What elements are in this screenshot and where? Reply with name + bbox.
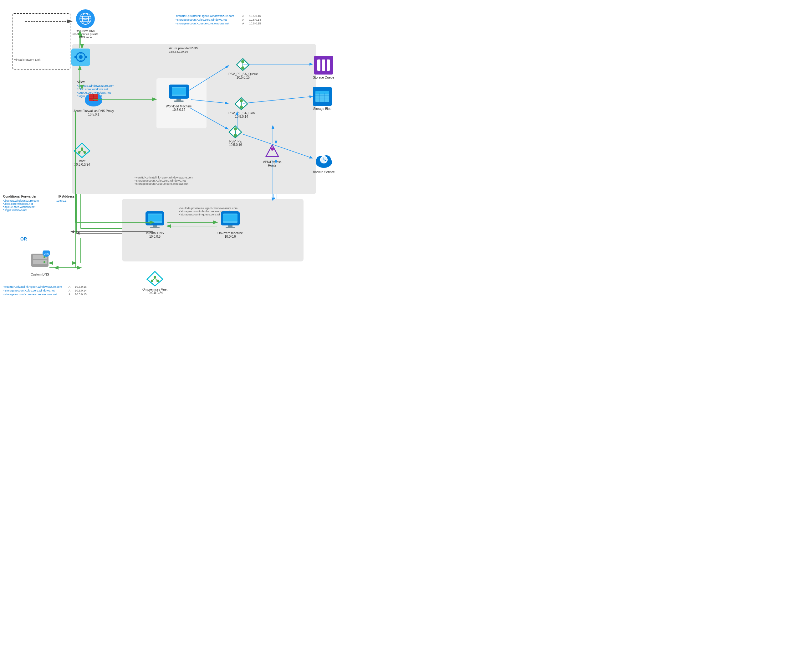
svg-text:DNS: DNS: [82, 17, 89, 21]
pe-blob-icon: [234, 97, 248, 110]
svg-rect-97: [223, 215, 238, 221]
globe-svg: DNS: [79, 12, 92, 25]
svg-rect-93: [153, 225, 157, 227]
pe-rsv-ip: 10.5.0.16: [229, 143, 242, 146]
internal-dns-label: Internal DNS: [146, 232, 164, 235]
svg-rect-36: [75, 56, 76, 58]
firewall-node: Azure Firewall as DNS Proxy 10.5.0.1: [73, 89, 114, 116]
custom-dns-label: Custom DNS: [31, 273, 49, 276]
svg-rect-92: [148, 215, 162, 221]
workload-label: Workload Machine: [166, 105, 192, 108]
on-prem-machine-icon: [219, 210, 241, 230]
on-prem-vnet-icon: [146, 271, 164, 286]
svg-rect-56: [177, 99, 181, 100]
storage-blob-node: Storage Blob: [313, 87, 332, 111]
vpn-label: VPN/Express: [263, 160, 281, 164]
svg-rect-76: [315, 91, 329, 94]
azure-dns-label: Azure provided DNS 168.63.129.16: [169, 46, 198, 53]
svg-line-51: [79, 150, 82, 153]
dns-globe-icon: DNS: [76, 9, 95, 28]
svg-rect-72: [322, 60, 325, 71]
storage-queue-node: Storage Queue: [313, 56, 334, 79]
virtual-network-link-label: Virtual Network Link: [14, 58, 40, 61]
backup-service-node: Backup Service: [313, 150, 335, 174]
svg-rect-57: [174, 100, 183, 102]
pe-queue-ip: 10.5.0.15: [236, 76, 250, 79]
on-prem-machine-ip: 10.0.0.6: [224, 235, 236, 238]
svg-text:DNS: DNS: [44, 252, 49, 255]
pe-rsv-icon: [228, 125, 243, 138]
svg-point-48: [81, 148, 83, 150]
dns-records-bottom: <vaultId>.privatelink.<geo>.windowsazure…: [2, 285, 88, 296]
svg-rect-75: [315, 93, 329, 102]
svg-rect-35: [80, 60, 82, 62]
workload-node: Workload Machine 10.5.0.12: [166, 83, 192, 111]
on-prem-vnet-node: On premises Vnet 10.0.0.0/24: [143, 271, 167, 295]
svg-rect-98: [228, 225, 233, 227]
svg-point-59: [241, 60, 245, 63]
pe-rsv-label: RSV_PE: [229, 140, 241, 143]
internal-dns-node: Internal DNS 10.0.0.5: [144, 210, 166, 238]
backup-service-icon: [314, 150, 333, 169]
conditional-forwarder: Conditional Forwarder IP Address *.backu…: [3, 195, 75, 218]
pe-blob-ip: 10.5.0.14: [235, 115, 248, 118]
svg-rect-34: [80, 52, 82, 54]
pe-blob-label: RSV_PE_SA_Blob: [228, 111, 255, 115]
vpn-route-label: Route: [268, 164, 276, 167]
or-label: OR: [20, 237, 27, 242]
on-prem-machine-label: On-Prem machine: [217, 232, 243, 235]
dns-label: Recursive DNS resolution via private DNS…: [71, 29, 100, 39]
svg-rect-99: [226, 227, 235, 228]
storage-blob-label: Storage Blob: [313, 107, 331, 111]
on-prem-vnet-cidr: 10.0.0.0/24: [147, 291, 163, 295]
pe-queue-label: RSV_PE_SA_Queue: [228, 72, 258, 76]
storage-queue-label: Storage Queue: [313, 76, 334, 79]
svg-line-105: [155, 278, 158, 281]
azure-dns-node: [71, 49, 90, 66]
dns-node: DNS Recursive DNS resolution via private…: [71, 9, 100, 39]
diagram-container: DNS Recursive DNS resolution via private…: [0, 0, 375, 313]
svg-point-33: [79, 55, 83, 59]
svg-point-89: [271, 148, 274, 151]
vpn-node: VPN/Express Route: [263, 143, 281, 167]
internal-dns-ip: 10.0.0.5: [149, 235, 161, 238]
svg-point-67: [234, 128, 237, 131]
svg-rect-73: [327, 60, 330, 71]
azure-dns-icon: [71, 49, 90, 66]
backup-service-label: Backup Service: [313, 170, 335, 174]
firewall-label: Azure Firewall as DNS Proxy: [73, 109, 114, 113]
pe-blob-node: RSV_PE_SA_Blob 10.5.0.14: [228, 97, 255, 118]
svg-point-60: [241, 66, 245, 70]
dns-records-top: <vaultId>.privatelink.<geo>.windowsazure…: [174, 14, 263, 26]
svg-rect-37: [85, 56, 87, 58]
vnet-cidr: 10.5.0.0/24: [74, 163, 90, 166]
pe-queue-node: RSV_PE_SA_Queue 10.5.0.15: [228, 58, 258, 79]
dns-records-mid: <vaultId>.privatelink.<geo>.windowsazure…: [134, 176, 193, 186]
custom-dns-server-icon: DNS: [28, 250, 52, 271]
workload-ip: 10.5.0.12: [172, 108, 185, 111]
svg-marker-88: [266, 145, 279, 157]
vnet-node: Vnet 10.5.0.0/24: [73, 143, 91, 166]
vpn-icon: [264, 143, 280, 159]
svg-rect-71: [317, 60, 320, 71]
svg-rect-94: [150, 227, 160, 228]
svg-point-101: [154, 276, 156, 278]
firewall-ip: 10.5.0.1: [88, 113, 99, 116]
svg-rect-55: [172, 88, 186, 95]
svg-point-110: [44, 261, 45, 263]
internal-dns-icon: [144, 210, 166, 230]
firewall-icon: [84, 89, 103, 108]
vnet-label: Vnet: [79, 159, 85, 163]
vnet-icon: [73, 143, 91, 158]
custom-dns-node: DNS Custom DNS: [28, 250, 52, 276]
on-prem-vnet-label: On premises Vnet: [143, 288, 167, 291]
storage-blob-icon: [313, 87, 332, 106]
pe-queue-icon: [236, 58, 250, 71]
workload-icon: [167, 83, 190, 103]
svg-line-52: [82, 150, 85, 153]
svg-point-63: [240, 99, 243, 102]
svg-line-104: [152, 278, 155, 281]
storage-queue-icon: [314, 56, 333, 75]
on-prem-machine-node: On-Prem machine 10.0.0.6: [217, 210, 243, 238]
pe-rsv-node: RSV_PE 10.5.0.16: [228, 125, 243, 146]
